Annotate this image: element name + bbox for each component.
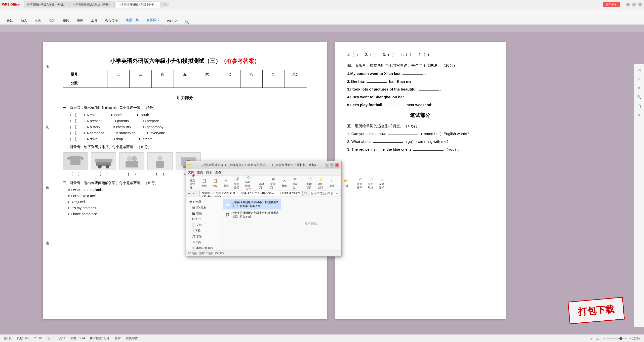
fm-menu-bar: 文件 主页 共享 查看 xyxy=(186,169,341,176)
sidebar-icon-1[interactable]: ◁ xyxy=(636,66,643,73)
fm-copy-path-btn[interactable]: 🔗 复制路径 xyxy=(232,176,242,190)
fm-search-icon[interactable]: 🔍 xyxy=(304,192,308,195)
section5-header: 五、用所给单词的适当形式填空。（10分） xyxy=(347,124,493,129)
fm-address-input[interactable]: 6级新外... > 小学英语外研版（三年级起点）小升初模拟测试（三）(含答案及听… xyxy=(199,191,303,196)
status-font: 缺失字体 xyxy=(126,336,138,340)
right-sidebar: ◁ ▷ ⚙ 🔍 📋 ✎ xyxy=(634,64,644,327)
fm-file-1[interactable]: 📄 小学英语外研版六年级小升初模拟测试（三）含答案+答案.doc xyxy=(223,199,281,209)
easy-access-icon: ⚡ xyxy=(318,176,324,182)
ribbon-view[interactable]: 视图 xyxy=(73,17,87,24)
ribbon-table[interactable]: 表格样式 xyxy=(143,16,163,24)
fm-file-2[interactable]: 🎵 小学英语外研版六年级小升初模拟测试（三）听力.mp3 xyxy=(223,209,281,220)
fm-forward-btn[interactable]: → xyxy=(192,192,195,195)
doc-title-suffix: （有参考答案） xyxy=(221,58,260,64)
fm-sidebar-desktop[interactable]: 🖥 桌面 xyxy=(186,239,221,245)
tab-group: 小学英语外研版六年级小升初模拟测... 小学英语外研版六年级小升初模拟测... … xyxy=(24,2,169,8)
sidebar-icon-6[interactable]: ✎ xyxy=(636,112,643,119)
fm-maximize-btn[interactable]: □ xyxy=(330,163,334,167)
score-col-3: 三 xyxy=(130,70,152,79)
zoom-out-btn[interactable]: − xyxy=(603,337,605,340)
fm-paste-btn[interactable]: 📋 粘贴 xyxy=(210,177,220,188)
close-btn[interactable]: ✕ xyxy=(638,3,642,7)
fm-title-text: 小学英语外研版（三年级起点）小升初模拟测试（三）(含答案及听力书面材料、音频) xyxy=(194,163,324,167)
fm-copy-btn[interactable]: 📋 复制 xyxy=(199,177,209,188)
fm-sidebar-docs[interactable]: 📄 文档 xyxy=(186,222,221,228)
tab-3[interactable]: 小学英语外研版六年级小升初模拟... ✕ xyxy=(115,2,160,8)
writing-q1: 1. Can you tell me how （remember）English… xyxy=(347,132,493,136)
fm-up-btn[interactable]: ↑ xyxy=(196,192,198,195)
score-col-9: 九 xyxy=(262,70,285,79)
fm-back-btn[interactable]: ← xyxy=(188,192,191,195)
fm-menu-share[interactable]: 共享 xyxy=(206,170,212,175)
fm-sidebar-pics[interactable]: 🖼 图片 xyxy=(186,216,221,222)
fm-preview-area: 没有预览。 xyxy=(283,197,341,250)
fm-sidebar-dl[interactable]: ⬇ 下载 xyxy=(186,228,221,234)
fm-search-input[interactable] xyxy=(309,191,339,196)
ribbon-review[interactable]: 审阅 xyxy=(59,17,73,24)
sidebar-icon-2[interactable]: ▷ xyxy=(636,75,643,82)
tab-1[interactable]: 小学英语外研版六年级小升初模拟测... xyxy=(24,2,69,8)
view-read-icon[interactable]: 📖 xyxy=(596,337,599,340)
fm-move-btn[interactable]: → 移动到 xyxy=(257,176,267,190)
fm-sidebar-3d[interactable]: 📦 3D 对象 xyxy=(186,205,221,210)
fm-invert-btn[interactable]: ⊟ 反向选择 xyxy=(377,176,387,190)
sidebar-icon-3[interactable]: ⚙ xyxy=(636,84,643,92)
download-stamp[interactable]: 打包下载 xyxy=(568,297,625,324)
section-writing-title: 笔试部分 xyxy=(347,112,493,119)
fm-easy-access-btn[interactable]: ⚡ 轻松访问 xyxy=(316,176,326,190)
fm-close-btn[interactable]: ✕ xyxy=(335,163,339,167)
fm-paste-shortcut-btn[interactable]: 📎 粘贴快捷 方式 xyxy=(243,174,253,192)
fm-cut-btn[interactable]: ✂ 剪切 xyxy=(221,177,231,188)
ribbon-start[interactable]: 开始 xyxy=(3,17,17,24)
register-btn[interactable]: 立即登录 xyxy=(603,2,620,7)
zoom-slider[interactable] xyxy=(607,338,627,339)
ribbon-approve[interactable]: 审批工具 xyxy=(122,16,142,24)
fm-menu-view[interactable]: 查看 xyxy=(215,170,221,175)
search-icon[interactable]: 🔍 xyxy=(184,20,189,24)
main-area: 考号 姓名 年级 学校 小学英语外研版六年级小升初模拟测试（三）（有参考答案） … xyxy=(0,32,644,334)
maximize-btn[interactable]: □ xyxy=(632,3,636,7)
window-controls: — □ ✕ xyxy=(626,3,642,7)
fm-select-all-btn[interactable]: ☑ 全部选择 xyxy=(355,176,365,190)
ribbon-tools[interactable]: 工具 xyxy=(88,17,101,24)
minimize-btn[interactable]: — xyxy=(626,3,630,7)
score-col-5: 五 xyxy=(174,70,196,79)
fm-copy-to-btn[interactable]: ⊕ 复制到 xyxy=(268,176,278,190)
view-page-icon[interactable]: □ xyxy=(590,337,592,340)
paste-icon: 📋 xyxy=(212,178,218,184)
fm-file-list: 📄 小学英语外研版六年级小升初模拟测试（三）含答案+答案.doc 🎵 小学英语外… xyxy=(221,197,283,250)
fm-delete-btn[interactable]: ✕ 删除 xyxy=(279,177,290,188)
ribbon-insert[interactable]: 插入 xyxy=(17,17,31,24)
score-col-total: 总分 xyxy=(285,70,307,79)
sidebar-icon-4[interactable]: 🔍 xyxy=(636,94,643,101)
zoom-in-btn[interactable]: + xyxy=(629,337,631,340)
margin-xuexiao: 学校 xyxy=(45,238,50,240)
score-col-6: 六 xyxy=(196,70,218,79)
status-total-pages: 页数: 1/5 xyxy=(17,336,29,340)
img-3: （ ） xyxy=(119,152,144,177)
fm-sidebar-c[interactable]: 💿 本地磁盘 (C:) xyxy=(186,245,221,250)
score-table-header-0: 题号 xyxy=(63,70,85,79)
fm-new-item-btn[interactable]: 📄 新建项目 xyxy=(305,176,315,190)
fill-sentences: 1.My cousin went to Xi'an last . 2.She h… xyxy=(347,71,493,107)
status-spell: 拼写检查: 打开 xyxy=(90,336,110,340)
fm-sidebar-video[interactable]: 🎬 视频 xyxy=(186,210,221,216)
ribbon-ref[interactable]: 引用 xyxy=(45,17,59,24)
fm-sidebar-thispc[interactable]: 💻 此电脑 xyxy=(186,199,221,205)
ribbon-member[interactable]: 会员专享 xyxy=(102,17,122,24)
ribbon-wpsai[interactable]: WPS AI xyxy=(164,18,182,24)
fm-rename-btn[interactable]: ✏ 重命名 xyxy=(291,176,301,190)
paste-shortcut-icon: 📎 xyxy=(246,175,251,180)
new-tab-btn[interactable]: + xyxy=(161,2,169,7)
fm-open-btn[interactable]: 📂 打开 xyxy=(341,177,351,188)
ribbon-page[interactable]: 页面 xyxy=(31,17,45,24)
sidebar-icon-5[interactable]: 📋 xyxy=(636,103,643,110)
fm-sidebar-music[interactable]: 🎵 音乐 xyxy=(186,234,221,239)
cut-icon: ✂ xyxy=(223,178,229,184)
fm-deselect-btn[interactable]: ☐ 全部取消 xyxy=(366,176,376,190)
margin-nianji: 年级 xyxy=(45,183,50,185)
tab-2[interactable]: 小学英语外研版六年级小升初模拟测... xyxy=(69,2,115,8)
score-col-4: 四 xyxy=(152,70,174,79)
fm-props-btn[interactable]: ℹ 属性 xyxy=(327,177,337,188)
fm-minimize-btn[interactable]: — xyxy=(325,163,329,167)
